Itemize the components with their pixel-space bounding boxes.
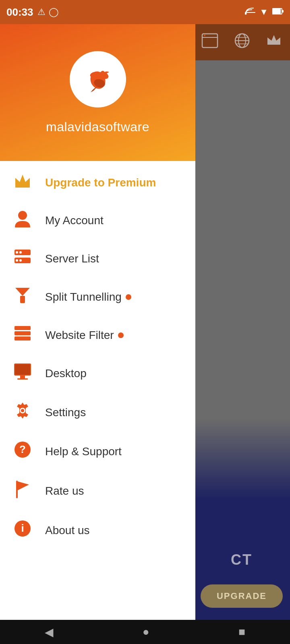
app-bottom-area: CT UPGRADE: [193, 419, 290, 620]
about-us-label: About us: [45, 524, 90, 537]
cast-icon: [245, 6, 255, 18]
crown-icon-wrap: [12, 173, 33, 192]
website-filter-icon: [14, 325, 31, 345]
help-support-label: Help & Support: [45, 445, 122, 458]
filter-icon: [14, 286, 31, 308]
svg-point-19: [18, 211, 27, 220]
menu-item-about-us[interactable]: i About us: [0, 511, 195, 550]
svg-rect-18: [15, 186, 30, 188]
menu-list: Upgrade to Premium My Account: [0, 161, 195, 620]
status-bar: 00:33 ⚠ ◯ ▼: [0, 0, 290, 24]
svg-rect-29: [14, 336, 31, 341]
settings-label: Settings: [45, 406, 86, 419]
menu-item-desktop[interactable]: Desktop: [0, 354, 195, 393]
settings-icon-wrap: [12, 402, 33, 423]
menu-item-settings[interactable]: Settings: [0, 393, 195, 432]
globe-icon[interactable]: [234, 33, 250, 52]
upgrade-app-button[interactable]: UPGRADE: [201, 584, 283, 608]
svg-rect-26: [20, 296, 25, 303]
svg-point-24: [16, 259, 18, 262]
svg-point-7: [204, 35, 205, 36]
svg-point-35: [21, 409, 24, 412]
svg-rect-27: [14, 326, 31, 330]
person-icon: [14, 210, 31, 231]
svg-rect-4: [282, 10, 284, 12]
svg-point-23: [19, 251, 22, 254]
website-filter-icon-wrap: [12, 325, 33, 345]
home-button[interactable]: ●: [143, 625, 149, 638]
svg-rect-3: [273, 9, 281, 14]
svg-rect-0: [245, 12, 255, 13]
desktop-label: Desktop: [45, 367, 87, 380]
svg-text:?: ?: [19, 443, 26, 455]
status-icons-left: ⚠ ◯: [37, 7, 59, 17]
website-filter-row: Website Filter: [45, 329, 124, 342]
menu-item-website-filter[interactable]: Website Filter: [0, 316, 195, 354]
desktop-icon-wrap: [12, 363, 33, 384]
browser-icon[interactable]: [201, 33, 218, 52]
wifi-icon: ▼: [259, 7, 268, 17]
crown-toolbar-icon[interactable]: [266, 33, 282, 52]
website-filter-dot: [118, 332, 124, 338]
rate-us-label: Rate us: [45, 485, 84, 497]
drawer-header: malavidasoftware: [0, 24, 195, 161]
status-time: 00:33: [6, 6, 33, 19]
menu-item-split-tunnelling[interactable]: Split Tunnelling: [0, 277, 195, 316]
server-icon-wrap: [12, 249, 33, 268]
gear-icon: [14, 402, 31, 423]
circle-icon: ◯: [49, 7, 59, 17]
connect-text: CT: [231, 551, 253, 568]
upgrade-label: Upgrade to Premium: [45, 176, 156, 189]
help-icon-wrap: ?: [12, 441, 33, 462]
back-button[interactable]: ◀: [45, 625, 54, 639]
notification-icon: ⚠: [37, 7, 46, 17]
monitor-icon: [13, 363, 32, 384]
menu-item-my-account[interactable]: My Account: [0, 201, 195, 240]
status-bar-left: 00:33 ⚠ ◯: [6, 6, 59, 19]
split-tunnelling-dot: [126, 294, 131, 300]
website-filter-label: Website Filter: [45, 329, 114, 342]
person-icon-wrap: [12, 210, 33, 231]
svg-text:i: i: [21, 522, 24, 534]
svg-rect-38: [16, 481, 18, 498]
svg-rect-6: [202, 37, 218, 38]
menu-item-help-support[interactable]: ? Help & Support: [0, 432, 195, 471]
status-icons-right: ▼: [245, 6, 284, 18]
server-list-label: Server List: [45, 252, 99, 265]
flag-icon: [14, 480, 31, 502]
menu-item-rate-us[interactable]: Rate us: [0, 471, 195, 511]
svg-point-1: [245, 13, 247, 15]
battery-icon: [272, 7, 284, 17]
logo-circle: [70, 51, 126, 107]
bottom-navigation: ◀ ● ■: [0, 620, 290, 644]
info-icon-wrap: i: [12, 520, 33, 541]
svg-point-22: [16, 251, 18, 254]
menu-item-server-list[interactable]: Server List: [0, 240, 195, 277]
svg-rect-31: [20, 376, 25, 379]
svg-rect-32: [17, 378, 28, 380]
rate-icon-wrap: [12, 480, 33, 502]
recents-button[interactable]: ■: [238, 625, 245, 638]
svg-point-25: [19, 259, 22, 262]
server-icon: [14, 249, 31, 268]
app-logo-icon: [82, 63, 114, 95]
svg-rect-33: [15, 364, 30, 375]
question-icon: ?: [14, 441, 31, 462]
menu-item-upgrade[interactable]: Upgrade to Premium: [0, 164, 195, 201]
split-tunnelling-label: Split Tunnelling: [45, 291, 122, 303]
info-icon: i: [14, 520, 31, 541]
my-account-label: My Account: [45, 214, 104, 227]
svg-rect-28: [14, 331, 31, 335]
app-toolbar: [193, 24, 290, 60]
crown-menu-icon: [14, 173, 31, 192]
filter-icon-wrap: [12, 286, 33, 308]
navigation-drawer: malavidasoftware Upgrade to Premium: [0, 24, 195, 620]
drawer-username: malavidasoftware: [46, 120, 149, 134]
split-tunnelling-row: Split Tunnelling: [45, 291, 131, 303]
